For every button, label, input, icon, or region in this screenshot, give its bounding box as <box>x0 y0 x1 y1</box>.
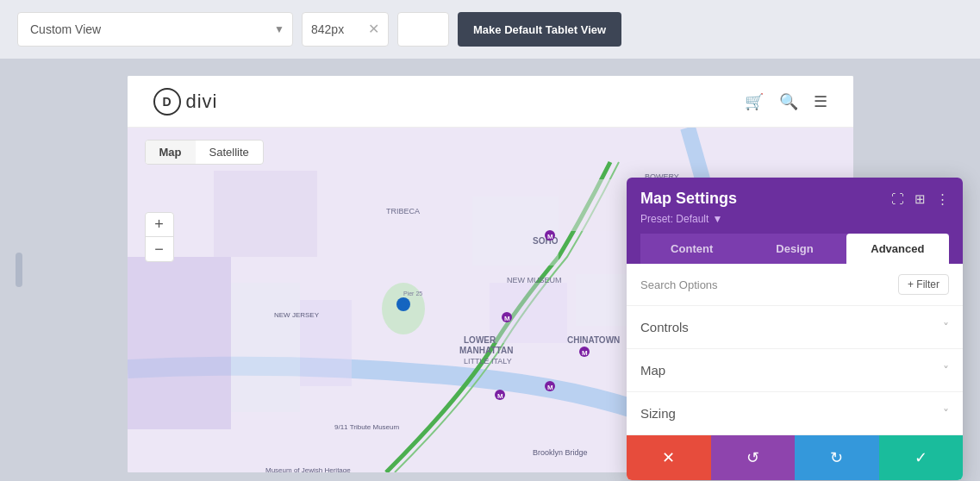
settings-panel: Map Settings ⛶ ⊞ ⋮ Preset: Default ▼ Con… <box>627 178 963 480</box>
svg-text:M: M <box>582 349 588 357</box>
divi-header: D divi 🛒 🔍 ☰ <box>128 76 853 128</box>
settings-header: Map Settings ⛶ ⊞ ⋮ Preset: Default ▼ Con… <box>627 178 963 264</box>
svg-text:9/11 Tribute Museum: 9/11 Tribute Museum <box>334 423 399 431</box>
divi-nav-icons: 🛒 🔍 ☰ <box>745 92 827 111</box>
settings-search-row: Search Options + Filter <box>627 264 963 306</box>
px-input-wrapper: ✕ <box>302 12 389 47</box>
resize-handle[interactable] <box>16 253 22 287</box>
settings-body: Search Options + Filter Controls ˅ Map ˅… <box>627 264 963 435</box>
settings-tabs: Content Design Advanced <box>640 234 949 264</box>
divi-logo: D divi <box>153 88 218 116</box>
preset-label: Preset: Default <box>640 213 708 225</box>
svg-text:MANHATTAN: MANHATTAN <box>459 346 513 355</box>
chevron-down-icon: ˅ <box>943 364 949 378</box>
search-options-label: Search Options <box>640 278 718 291</box>
section-map-label: Map <box>640 363 665 378</box>
undo-button[interactable]: ↺ <box>711 435 796 480</box>
svg-text:NEW JERSEY: NEW JERSEY <box>274 311 320 319</box>
view-select-wrapper: Custom ViewDefault ViewMobile View ▼ <box>17 12 293 47</box>
canvas-area: D divi 🛒 🔍 ☰ <box>0 59 980 481</box>
tab-advanced[interactable]: Advanced <box>846 234 949 264</box>
section-sizing-label: Sizing <box>640 406 676 421</box>
tab-content[interactable]: Content <box>640 234 743 264</box>
extra-input-box <box>397 12 449 47</box>
settings-action-bar: ✕ ↺ ↻ ✓ <box>627 435 963 480</box>
map-type-map-button[interactable]: Map <box>146 141 196 164</box>
save-button[interactable]: ✓ <box>879 435 964 480</box>
section-controls-label: Controls <box>640 320 689 334</box>
split-view-icon[interactable]: ⊞ <box>914 191 926 207</box>
map-type-toggle: Map Satellite <box>145 140 264 165</box>
svg-text:Brooklyn Bridge: Brooklyn Bridge <box>533 448 588 457</box>
toolbar: Custom ViewDefault ViewMobile View ▼ ✕ M… <box>0 0 980 59</box>
cancel-button[interactable]: ✕ <box>627 435 711 480</box>
settings-section-sizing[interactable]: Sizing ˅ <box>627 392 963 435</box>
svg-text:LOWER: LOWER <box>464 335 496 345</box>
svg-text:LITTLE ITALY: LITTLE ITALY <box>464 357 512 365</box>
divi-logo-text: divi <box>186 91 218 113</box>
menu-icon[interactable]: ☰ <box>814 92 827 111</box>
svg-rect-9 <box>214 171 317 257</box>
svg-rect-3 <box>231 283 300 412</box>
tab-design[interactable]: Design <box>743 234 846 264</box>
svg-text:M: M <box>504 315 510 322</box>
svg-rect-5 <box>472 197 559 265</box>
chevron-down-icon: ˅ <box>943 321 949 334</box>
svg-text:Pier 25: Pier 25 <box>403 290 422 297</box>
chevron-down-icon: ˅ <box>943 407 949 421</box>
redo-button[interactable]: ↻ <box>795 435 879 480</box>
settings-section-map[interactable]: Map ˅ <box>627 349 963 392</box>
map-zoom-controls: + − <box>145 212 174 262</box>
view-select[interactable]: Custom ViewDefault ViewMobile View <box>17 12 293 47</box>
svg-text:CHINATOWN: CHINATOWN <box>567 335 620 345</box>
map-type-satellite-button[interactable]: Satellite <box>196 141 263 164</box>
filter-button[interactable]: + Filter <box>898 274 949 295</box>
width-input[interactable] <box>311 22 363 36</box>
settings-preset[interactable]: Preset: Default ▼ <box>640 213 949 225</box>
svg-text:M: M <box>497 392 503 400</box>
cart-icon[interactable]: 🛒 <box>745 92 764 111</box>
close-icon[interactable]: ✕ <box>368 22 379 36</box>
svg-text:TRIBECA: TRIBECA <box>386 207 420 216</box>
zoom-out-button[interactable]: − <box>146 237 173 261</box>
more-options-icon[interactable]: ⋮ <box>936 191 949 207</box>
default-tablet-view-button[interactable]: Make Default Tablet View <box>458 12 621 47</box>
fullscreen-icon[interactable]: ⛶ <box>891 191 904 206</box>
svg-text:M: M <box>547 233 553 240</box>
divi-logo-circle: D <box>153 88 181 116</box>
settings-section-controls[interactable]: Controls ˅ <box>627 306 963 349</box>
svg-rect-2 <box>128 257 231 429</box>
svg-text:Museum of Jewish Heritage: Museum of Jewish Heritage <box>265 466 351 472</box>
svg-text:NEW MUSEUM: NEW MUSEUM <box>507 276 562 284</box>
settings-title: Map Settings <box>640 190 737 208</box>
svg-rect-7 <box>490 283 567 343</box>
svg-text:M: M <box>547 384 553 391</box>
search-icon[interactable]: 🔍 <box>779 92 798 111</box>
preset-arrow-icon: ▼ <box>712 213 722 225</box>
zoom-in-button[interactable]: + <box>146 213 173 237</box>
settings-header-icons: ⛶ ⊞ ⋮ <box>891 191 949 207</box>
settings-title-row: Map Settings ⛶ ⊞ ⋮ <box>640 190 949 208</box>
svg-rect-6 <box>559 179 627 231</box>
